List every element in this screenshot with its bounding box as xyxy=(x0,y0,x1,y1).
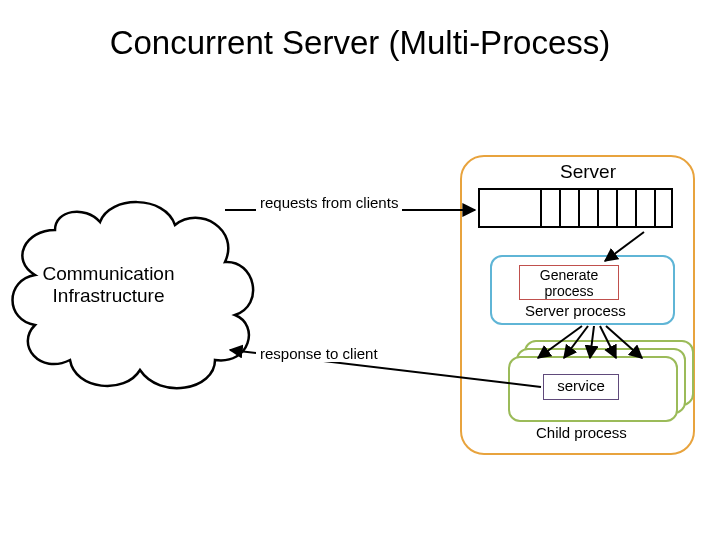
diagram-title: Concurrent Server (Multi-Process) xyxy=(0,24,720,62)
comm-infra-label: CommunicationInfrastructure xyxy=(36,263,181,307)
request-queue xyxy=(478,188,678,228)
child-process-label: Child process xyxy=(536,424,627,441)
requests-label: requests from clients xyxy=(256,194,402,211)
server-label: Server xyxy=(560,161,616,183)
response-label: response to client xyxy=(256,345,382,362)
server-process-label: Server process xyxy=(525,302,626,319)
generate-process-box: Generateprocess xyxy=(519,265,619,300)
service-box: service xyxy=(543,374,619,400)
